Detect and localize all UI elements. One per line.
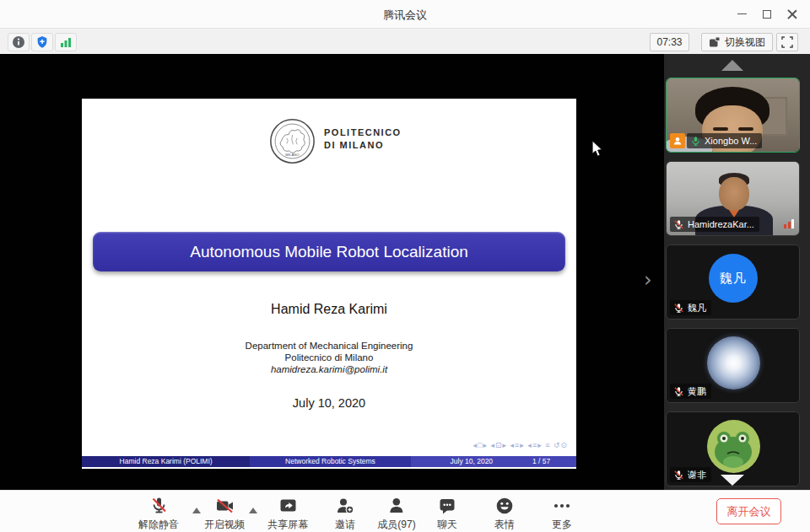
chat-button[interactable]: 聊天 bbox=[437, 496, 458, 532]
chat-icon bbox=[437, 496, 458, 516]
participant-tile-weifan[interactable]: 魏凡 魏凡 bbox=[666, 245, 800, 320]
mic-options-caret[interactable] bbox=[192, 508, 201, 513]
meeting-info-button[interactable] bbox=[8, 33, 30, 51]
slide-title-banner: Autonomous Mobile Robot Localization bbox=[93, 232, 565, 271]
mic-muted-icon bbox=[673, 303, 684, 314]
members-button[interactable]: 成员(97) bbox=[377, 496, 415, 532]
emoji-label: 表情 bbox=[494, 518, 515, 532]
invite-label: 邀请 bbox=[335, 518, 355, 532]
more-label: 更多 bbox=[552, 518, 572, 532]
share-screen-label: 共享屏幕 bbox=[267, 518, 308, 532]
bottom-toolbar: 解除静音 开启视频 共享屏幕 邀 bbox=[0, 490, 810, 532]
switch-view-icon bbox=[709, 36, 721, 48]
video-options-caret[interactable] bbox=[249, 508, 257, 513]
participant-tile-huangpeng[interactable]: 黄鹏 bbox=[666, 328, 800, 403]
more-icon bbox=[552, 496, 573, 516]
start-video-button[interactable]: 开启视频 bbox=[204, 496, 245, 532]
shared-screen-slide: MILANO POLITECNICO DI MILANO Autonomous … bbox=[82, 99, 576, 469]
beamer-nav-symbols: ◂□▸ ◂⊡▸ ◂≡▸ ◂≡▸ ≡ ↺⊙ bbox=[473, 441, 568, 449]
fullscreen-icon bbox=[781, 36, 793, 48]
video-stage: MILANO POLITECNICO DI MILANO Autonomous … bbox=[0, 54, 810, 490]
scroll-up-arrow[interactable] bbox=[721, 60, 743, 71]
window-controls bbox=[729, 0, 805, 28]
window-title: 腾讯会议 bbox=[0, 8, 810, 23]
mouse-cursor bbox=[591, 141, 604, 158]
slide-date: July 10, 2020 bbox=[82, 396, 576, 410]
avatar: 魏凡 bbox=[709, 254, 758, 303]
scroll-down-arrow[interactable] bbox=[721, 475, 744, 486]
mic-muted-icon bbox=[148, 496, 170, 516]
footer-right: July 10, 2020 1 / 57 bbox=[411, 456, 576, 467]
footer-date: July 10, 2020 bbox=[411, 456, 532, 467]
invite-button[interactable]: 邀请 bbox=[335, 496, 356, 532]
university-logo: MILANO POLITECNICO DI MILANO bbox=[82, 117, 576, 168]
participant-name: 黄鹏 bbox=[688, 385, 706, 398]
fullscreen-button[interactable] bbox=[776, 33, 798, 51]
minimize-icon bbox=[737, 13, 747, 14]
titlebar: 腾讯会议 bbox=[0, 0, 810, 28]
minimize-button[interactable] bbox=[729, 3, 754, 25]
slide-footer: Hamid Reza Karimi (POLIMI) Networked Rob… bbox=[82, 456, 576, 467]
slide-title: Autonomous Mobile Robot Localization bbox=[190, 243, 468, 261]
participants-sidebar: Xiongbo W... bbox=[664, 54, 810, 490]
members-label: 成员(97) bbox=[377, 518, 415, 532]
footer-page-number: 1 / 57 bbox=[532, 456, 576, 467]
chat-label: 聊天 bbox=[437, 518, 457, 532]
slide-author: Hamid Reza Karimi bbox=[82, 302, 576, 317]
share-screen-button[interactable]: 共享屏幕 bbox=[267, 496, 308, 532]
switch-view-button[interactable]: 切换视图 bbox=[701, 33, 773, 51]
host-badge-icon bbox=[670, 133, 685, 148]
participant-name: HamidrezaKar... bbox=[688, 219, 754, 229]
network-status-button[interactable] bbox=[55, 33, 77, 51]
unmute-label: 解除静音 bbox=[138, 518, 179, 532]
emoji-icon bbox=[494, 496, 516, 516]
share-screen-icon bbox=[278, 496, 299, 516]
shield-icon bbox=[35, 35, 49, 49]
top-toolbar: 07:33 切换视图 bbox=[0, 28, 810, 54]
meeting-window: 腾讯会议 07:33 bbox=[0, 0, 810, 532]
participant-name: Xiongbo W... bbox=[705, 136, 757, 146]
footer-course: Networked Robotic Systems bbox=[250, 456, 410, 467]
footer-author: Hamid Reza Karimi (POLIMI) bbox=[82, 456, 250, 467]
security-button[interactable] bbox=[31, 33, 53, 51]
slide-institution: Politecnico di Milano bbox=[82, 352, 576, 363]
info-icon bbox=[12, 35, 25, 49]
university-name: POLITECNICO DI MILANO bbox=[324, 126, 402, 152]
participant-name: 谢非 bbox=[688, 469, 706, 481]
start-video-label: 开启视频 bbox=[204, 518, 245, 532]
unmute-button[interactable]: 解除静音 bbox=[138, 496, 179, 532]
maximize-button[interactable] bbox=[754, 3, 780, 25]
close-icon bbox=[787, 9, 797, 19]
participant-tile-hamidreza[interactable]: HamidrezaKar... bbox=[666, 161, 800, 236]
avatar bbox=[707, 420, 760, 473]
camera-off-icon bbox=[214, 496, 235, 516]
polimi-seal-icon: MILANO bbox=[268, 117, 316, 165]
mic-muted-icon bbox=[673, 386, 684, 397]
svg-text:MILANO: MILANO bbox=[285, 153, 300, 157]
chevron-right-icon[interactable]: › bbox=[644, 268, 652, 292]
frog-icon bbox=[707, 420, 760, 473]
maximize-icon bbox=[763, 10, 771, 19]
mic-on-icon bbox=[690, 136, 701, 147]
participant-tile-xiongbo[interactable]: Xiongbo W... bbox=[666, 78, 800, 153]
participant-name: 魏凡 bbox=[688, 302, 706, 314]
network-signal-icon bbox=[59, 35, 73, 49]
mic-muted-icon bbox=[673, 470, 684, 481]
switch-view-label: 切换视图 bbox=[725, 35, 765, 50]
members-icon bbox=[386, 496, 408, 516]
avatar bbox=[707, 336, 760, 390]
invite-icon bbox=[335, 496, 356, 516]
emoji-button[interactable]: 表情 bbox=[494, 496, 516, 532]
close-button[interactable] bbox=[780, 3, 805, 25]
leave-meeting-button[interactable]: 离开会议 bbox=[716, 498, 781, 524]
more-button[interactable]: 更多 bbox=[552, 496, 573, 532]
weak-network-icon bbox=[784, 219, 794, 228]
slide-department: Department of Mechanical Engineering bbox=[82, 341, 576, 351]
mic-muted-icon bbox=[673, 219, 684, 230]
meeting-timer: 07:33 bbox=[650, 33, 689, 51]
slide-email: hamidreza.karimi@polimi.it bbox=[82, 364, 576, 374]
